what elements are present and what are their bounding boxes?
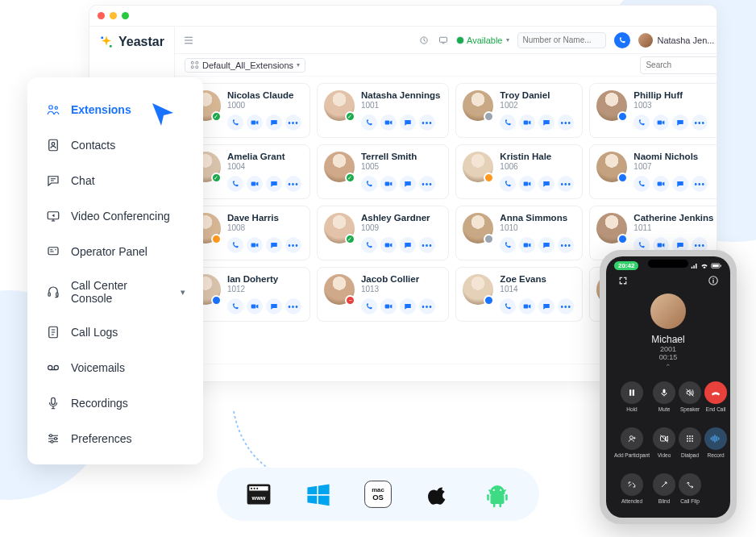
more-options-button[interactable]: ••• [419,298,435,314]
minimize-icon[interactable] [110,12,117,19]
extension-card[interactable]: Kristin Hale 1006 ••• [455,144,583,199]
extension-card[interactable]: Naomi Nichols 1007 ••• [589,144,717,199]
chat-button[interactable] [672,176,688,192]
call-button[interactable] [227,114,243,131]
more-options-button[interactable]: ••• [692,176,708,192]
video-call-button[interactable] [247,237,263,253]
video-call-button[interactable] [519,237,535,253]
more-options-button[interactable]: ••• [419,176,435,192]
close-icon[interactable] [98,12,105,19]
chat-button[interactable] [538,114,555,131]
dial-input[interactable] [517,32,606,48]
chat-button[interactable] [538,298,555,314]
chat-button[interactable] [400,114,416,131]
call-blind-button[interactable]: Blind [653,468,675,510]
call-record-button[interactable]: Record [704,422,727,463]
more-options-button[interactable]: ••• [285,237,301,253]
call-button[interactable] [500,298,516,314]
call-button[interactable] [500,176,516,192]
extension-card[interactable]: Zoe Evans 1014 ••• [455,267,583,322]
more-options-button[interactable]: ••• [692,114,708,131]
video-call-button[interactable] [519,114,535,131]
chat-button[interactable] [400,298,416,314]
video-call-button[interactable] [380,176,397,192]
history-icon[interactable] [418,35,430,46]
extension-card[interactable]: Anna Simmons 1010 ••• [455,206,583,260]
dial-button[interactable] [614,32,630,48]
extension-group-dropdown[interactable]: Default_All_Extensions ▾ [185,58,305,73]
video-call-button[interactable] [519,298,535,314]
window-controls[interactable] [98,12,129,19]
presence-status-dropdown[interactable]: Available ▾ [457,35,509,45]
more-options-button[interactable]: ••• [419,237,435,253]
more-options-button[interactable]: ••• [558,114,574,131]
video-call-button[interactable] [247,114,263,131]
more-options-button[interactable]: ••• [558,298,574,314]
nav-recordings[interactable]: Recordings [27,385,203,421]
more-options-button[interactable]: ••• [285,114,301,131]
chat-button[interactable] [538,176,555,192]
nav-video-conferencing[interactable]: Video Conferencing [27,198,203,234]
call-button[interactable] [500,114,516,131]
chat-button[interactable] [400,176,416,192]
call-speaker-button[interactable]: Speaker [679,376,701,417]
nav-call-center-console[interactable]: Call Center Console ▾ [27,269,203,314]
collapse-icon[interactable] [617,275,629,289]
call-button[interactable] [361,114,377,131]
extension-card[interactable]: ✓ Natasha Jennings 1001 ••• [317,83,449,138]
search-input[interactable] [646,60,717,69]
chat-button[interactable] [266,237,282,253]
more-options-button[interactable]: ••• [285,298,301,314]
video-call-button[interactable] [653,176,669,192]
extension-card[interactable]: Troy Daniel 1002 ••• [455,83,583,138]
call-hold-button[interactable]: Hold [614,376,650,417]
call-button[interactable] [361,298,377,314]
call-call-flip-button[interactable]: Call Flip [679,468,701,510]
extension-card[interactable]: ✓ Ashley Gardner 1009 ••• [317,206,449,260]
call-button[interactable] [500,237,516,253]
video-call-button[interactable] [247,298,263,314]
video-call-button[interactable] [380,114,397,131]
call-button[interactable] [227,298,243,314]
nav-contacts[interactable]: Contacts [27,127,203,163]
chat-button[interactable] [266,176,282,192]
extension-card[interactable]: Phillip Huff 1003 ••• [589,83,717,138]
call-button[interactable] [361,237,377,253]
video-call-button[interactable] [653,114,669,131]
collapse-sidebar-icon[interactable] [183,35,194,46]
drag-handle-icon[interactable]: ⌃ [606,361,730,371]
nav-call-logs[interactable]: Call Logs [27,314,203,350]
call-attended-button[interactable]: Attended [614,468,650,510]
maximize-icon[interactable] [122,12,129,19]
chat-button[interactable] [672,114,688,131]
video-call-button[interactable] [380,298,397,314]
nav-chat[interactable]: Chat [27,163,203,198]
extension-card[interactable]: ✓ Terrell Smith 1005 ••• [317,144,449,199]
call-button[interactable] [633,114,650,131]
call-end-call-button[interactable]: End Call [704,376,727,417]
nav-preferences[interactable]: Preferences [27,421,203,456]
display-icon[interactable] [438,35,449,46]
info-icon[interactable] [708,275,719,289]
video-call-button[interactable] [519,176,535,192]
video-call-button[interactable] [247,176,263,192]
more-options-button[interactable]: ••• [285,176,301,192]
nav-operator-panel[interactable]: Operator Panel [27,234,203,269]
call-button[interactable] [227,176,243,192]
search-box[interactable] [640,56,717,74]
current-user-menu[interactable]: Natasha Jen... ▾ [638,33,718,48]
chat-button[interactable] [538,237,555,253]
more-options-button[interactable]: ••• [558,176,574,192]
call-mute-button[interactable]: Mute [653,376,675,417]
call-add-participant-button[interactable]: Add Participant [614,422,650,463]
more-options-button[interactable]: ••• [419,114,435,131]
call-video-button[interactable]: Video [653,422,675,463]
call-button[interactable] [633,176,650,192]
call-button[interactable] [227,237,243,253]
chat-button[interactable] [266,114,282,131]
extension-card[interactable]: − Jacob Collier 1013 ••• [317,267,449,322]
nav-voicemails[interactable]: Voicemails [27,350,203,385]
call-dialpad-button[interactable]: Dialpad [679,422,701,463]
call-button[interactable] [361,176,377,192]
video-call-button[interactable] [380,237,397,253]
